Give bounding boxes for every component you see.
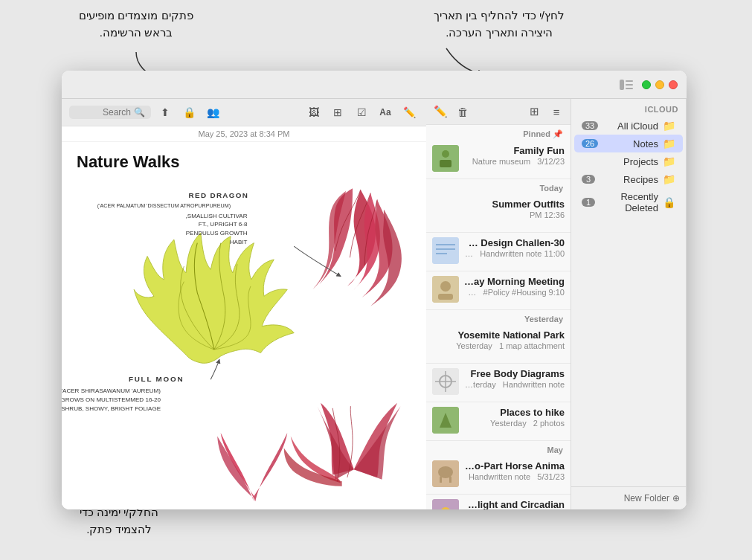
media-button[interactable]: 🖼 — [304, 103, 324, 122]
note-meta: Yesterday Handwritten note — [463, 380, 565, 389]
svg-rect-2 — [626, 84, 633, 86]
lock-folder-icon: 🔒 — [663, 196, 675, 208]
full-moon-desc2: SHRUB, SHOWY, BRIGHT FOLIAGE — [62, 405, 161, 412]
note-info: Yosemite National Park Yesterday 1 map a… — [432, 329, 565, 358]
svg-rect-13 — [438, 294, 453, 300]
svg-point-12 — [440, 281, 451, 292]
sidebar-item-label: Recently Deleted — [600, 191, 658, 213]
note-editor: ✏️ Aa ☑ ⊞ 🖼 👥 🔒 ⬆ 🔍 May 25, 2023 at 8:34… — [62, 99, 426, 509]
red-dragon-desc3: PENDULUS GROWTH — [186, 230, 248, 236]
svg-rect-23 — [449, 477, 451, 483]
full-moon-desc1: 16-20 FT., GROWS ON MULTISTEMMED — [62, 396, 161, 403]
may-section-label: May — [426, 441, 571, 456]
share-button[interactable]: ⬆ — [155, 103, 175, 122]
compose-button[interactable]: ✏️ — [399, 103, 419, 122]
minimize-button[interactable] — [655, 80, 664, 89]
note-title: Summer Outfits — [432, 199, 565, 210]
sidebar-toggle-icon[interactable] — [620, 78, 633, 91]
note-item-sunlight[interactable]: Sunlight and Circadian... 5/29/23 #schoo… — [426, 495, 571, 509]
handwritten-area: FULL MOON (ACER SHIRASAWANUM 'AUREUM') 1… — [62, 183, 426, 509]
svg-rect-6 — [440, 160, 451, 167]
search-icon: 🔍 — [134, 107, 145, 118]
notes-list: ≡ ⊞ 🗑 ✏️ 📌 Pinned Family Fun 3/12/23 Nat… — [426, 99, 571, 509]
note-meta: 12:36 PM — [432, 210, 565, 219]
folder-icon: 📁 — [663, 155, 675, 167]
compose-icon[interactable]: ✏️ — [432, 103, 449, 120]
note-item-two-part-horse[interactable]: Two-Part Horse Anima... 5/31/23 Handwrit… — [426, 456, 571, 495]
note-item-monday-meeting[interactable]: Monday Morning Meeting 9:10 AM #Policy #… — [426, 271, 571, 310]
note-title: Places to hike — [463, 407, 565, 418]
note-info: Free Body Diagrams Yesterday Handwritten… — [463, 368, 565, 397]
red-dragon-botanical: (ACER PALMATUM 'DISSECTUM ATROPURPUREUM'… — [97, 203, 231, 209]
note-thumbnail — [432, 276, 459, 303]
note-item-places-hike[interactable]: Places to hike Yesterday 2 photos — [426, 402, 571, 441]
note-info: Monday Morning Meeting 9:10 AM #Policy #… — [463, 276, 565, 305]
svg-rect-22 — [440, 477, 442, 483]
note-info: Sunlight and Circadian... 5/29/23 #schoo… — [463, 499, 565, 509]
red-dragon-desc1: SMALLISH CULTIVAR, — [186, 213, 248, 219]
search-input[interactable] — [71, 107, 131, 118]
note-title: Monday Morning Meeting — [463, 276, 565, 287]
editor-meta-date: May 25, 2023 at 8:34 PM — [62, 126, 426, 142]
red-dragon-desc4: HABIT — [230, 239, 248, 245]
annotation-top-left: פתקים מוצמדים מופיעים בראש הרשימה. — [62, 7, 211, 41]
search-field[interactable]: 🔍 — [69, 106, 151, 119]
full-moon-leaf — [134, 233, 294, 363]
note-item-family-fun[interactable]: Family Fun 3/12/23 Nature museum — [426, 141, 571, 179]
sidebar-header: iCloud — [571, 99, 686, 117]
note-info: 30-Day Design Challen... 11:00 AM Handwr… — [463, 237, 565, 266]
format-button[interactable]: Aa — [376, 103, 395, 122]
sidebar-badge: 33 — [582, 121, 598, 130]
note-info: Two-Part Horse Anima... 5/31/23 Handwrit… — [463, 460, 565, 489]
table-button[interactable]: ⊞ — [328, 103, 347, 122]
svg-point-5 — [442, 150, 449, 158]
content-area: iCloud 📁 All iCloud 33 📁 Notes 26 📁 Proj… — [62, 99, 687, 509]
sidebar-item-recipes[interactable]: 📁 Recipes 3 — [574, 170, 683, 188]
note-thumbnail — [432, 368, 459, 395]
note-item-30day-design[interactable]: 30-Day Design Challen... 11:00 AM Handwr… — [426, 233, 571, 271]
red-dragon-title: RED DRAGON — [189, 191, 249, 199]
traffic-lights — [633, 80, 687, 89]
checklist-button[interactable]: ☑ — [352, 103, 371, 122]
note-item-summer-outfits[interactable]: Summer Outfits 12:36 PM — [426, 194, 571, 233]
note-title: Sunlight and Circadian... — [463, 499, 565, 509]
grid-view-icon[interactable]: ⊞ — [526, 103, 542, 120]
editor-content[interactable]: Nature Walks — [62, 142, 426, 509]
svg-rect-7 — [432, 237, 459, 264]
note-info: Summer Outfits 12:36 PM — [432, 199, 565, 228]
note-title: 30-Day Design Challen... — [463, 237, 565, 248]
sidebar-badge: 26 — [582, 139, 598, 148]
red-plant-bottom-center — [217, 433, 287, 501]
full-moon-title: FULL MOON — [129, 375, 184, 383]
note-illustration: FULL MOON (ACER SHIRASAWANUM 'AUREUM') 1… — [62, 183, 426, 509]
annotation-top-right: לחץ/י כדי להחליף בין תאריך היצירה ותאריך… — [384, 7, 614, 41]
note-item-yosemite[interactable]: Yosemite National Park Yesterday 1 map a… — [426, 325, 571, 364]
pinned-section-label: 📌 Pinned — [426, 125, 571, 141]
delete-icon[interactable]: 🗑 — [454, 103, 471, 120]
close-button[interactable] — [669, 80, 678, 89]
list-view-icon[interactable]: ≡ — [548, 103, 565, 120]
note-thumbnail — [432, 460, 459, 487]
note-meta: 11:00 AM Handwritten note — [463, 249, 565, 258]
svg-rect-1 — [626, 80, 633, 82]
note-info: Family Fun 3/12/23 Nature museum — [463, 145, 565, 174]
red-dragon-plant-bottom — [284, 403, 401, 486]
collaboration-button[interactable]: 👥 — [203, 103, 222, 122]
sidebar-badge: 3 — [582, 175, 595, 184]
note-thumbnail — [432, 237, 459, 264]
lock-button[interactable]: 🔒 — [179, 103, 199, 122]
sidebar-item-label: Projects — [582, 156, 658, 167]
new-folder-button[interactable]: ⊕ New Folder — [577, 493, 680, 503]
note-title-display: Nature Walks — [62, 142, 426, 176]
note-meta: Yesterday 1 map attachment — [432, 341, 565, 350]
titlebar — [62, 71, 687, 99]
sidebar-item-projects[interactable]: 📁 Projects — [574, 152, 683, 170]
sidebar: iCloud 📁 All iCloud 33 📁 Notes 26 📁 Proj… — [571, 99, 687, 509]
note-item-free-body[interactable]: Free Body Diagrams Yesterday Handwritten… — [426, 364, 571, 402]
maximize-button[interactable] — [642, 80, 651, 89]
sidebar-item-recently-deleted[interactable]: 🔒 Recently Deleted 1 — [574, 188, 683, 216]
sidebar-item-all-icloud[interactable]: 📁 All iCloud 33 — [574, 117, 683, 135]
sidebar-item-notes[interactable]: 📁 Notes 26 — [574, 135, 683, 152]
new-folder-icon: ⊕ — [672, 493, 680, 503]
note-title: Free Body Diagrams — [463, 368, 565, 379]
